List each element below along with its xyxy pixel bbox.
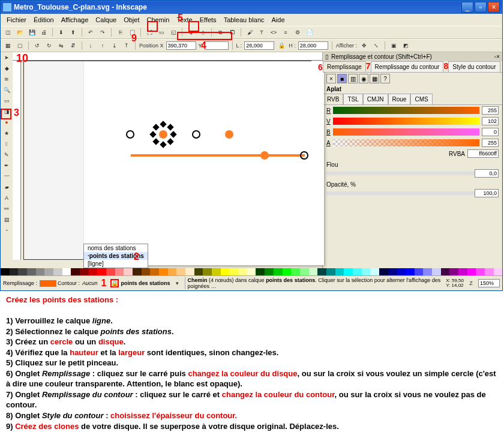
flip-v-icon[interactable]: ⇵ (68, 41, 78, 50)
mode-cmjn[interactable]: CMJN (363, 94, 388, 104)
zoom-label[interactable]: Z (466, 278, 476, 288)
station-disk-selected[interactable] (159, 130, 167, 139)
save-icon[interactable]: 💾 (27, 28, 37, 37)
blur-value[interactable] (475, 169, 499, 178)
lock-ratio-icon[interactable]: 🔒 (277, 41, 286, 50)
blur-slider[interactable] (326, 172, 475, 175)
layer-lock-icon[interactable]: 🔒 (111, 280, 118, 287)
menu-whiteboard[interactable]: Tableau blanc (220, 15, 268, 25)
value-v[interactable] (482, 117, 499, 125)
dock-handle-icon[interactable]: ▯ (325, 53, 329, 60)
slider-r[interactable] (333, 107, 479, 114)
prefs-dialog-icon[interactable]: ⚙ (293, 28, 302, 37)
slider-b[interactable] (333, 128, 479, 136)
fill-dialog-icon[interactable]: 🖌 (245, 28, 254, 37)
canvas[interactable] (23, 61, 311, 260)
rotate-ccw-icon[interactable]: ↺ (32, 41, 42, 50)
pencil-tool-icon[interactable]: ✎ (1, 149, 12, 160)
value-b[interactable] (482, 128, 499, 136)
deselect-icon[interactable]: ▢ (15, 41, 25, 50)
affect-corner-icon[interactable]: ◩ (401, 41, 410, 50)
metro-line[interactable] (131, 154, 305, 157)
height-input[interactable] (298, 41, 328, 50)
bucket-tool-icon[interactable]: ▰ (1, 182, 12, 193)
affect-stroke-icon[interactable]: ▣ (389, 41, 398, 50)
menu-edit[interactable]: Édition (30, 15, 58, 25)
redo-icon[interactable]: ↷ (98, 28, 107, 37)
position-y-input[interactable] (205, 41, 229, 50)
station-disk[interactable] (225, 130, 233, 139)
raise-icon[interactable]: ↑ (98, 41, 107, 50)
width-input[interactable] (244, 41, 274, 50)
star-tool-icon[interactable]: ★ (1, 128, 12, 139)
menu-file[interactable]: Fichier (3, 15, 30, 25)
gradient-tool-icon[interactable]: ▤ (1, 214, 12, 225)
dropper-tool-icon[interactable]: ⁃ (1, 225, 12, 236)
paint-pattern-icon[interactable]: ▦ (370, 74, 379, 83)
export-icon[interactable]: ⬆ (68, 28, 78, 37)
pen-tool-icon[interactable]: ✒ (1, 160, 12, 171)
mode-wheel[interactable]: Roue (388, 94, 411, 104)
menu-effects[interactable]: Effets (196, 15, 220, 25)
value-r[interactable] (482, 106, 499, 115)
connector-tool-icon[interactable]: ⚯ (1, 203, 12, 214)
mode-rvb[interactable]: RVB (323, 94, 343, 104)
tab-fill[interactable]: Remplissage (323, 61, 366, 72)
tab-stroke-style[interactable]: Style du contour (448, 61, 500, 72)
zoom-input[interactable] (478, 279, 500, 287)
station-disk-online[interactable] (260, 151, 269, 160)
import-icon[interactable]: ⬇ (56, 28, 66, 37)
undo-icon[interactable]: ↶ (86, 28, 95, 37)
transform-scale-icon[interactable]: ⤡ (371, 41, 381, 50)
align-dialog-icon[interactable]: ≡ (281, 28, 290, 37)
tab-stroke-paint[interactable]: Remplissage du contour (371, 61, 444, 72)
value-a[interactable] (482, 139, 499, 147)
lower-bottom-icon[interactable]: ⤓ (110, 41, 119, 50)
raise-top-icon[interactable]: ⤒ (122, 41, 131, 50)
slider-v[interactable] (333, 118, 479, 125)
text-dialog-icon[interactable]: T (257, 28, 266, 37)
menu-help[interactable]: Aide (268, 15, 289, 25)
minimize-button[interactable]: _ (461, 2, 473, 13)
station-circle[interactable] (126, 130, 134, 139)
close-button[interactable]: × (488, 2, 500, 13)
tweak-tool-icon[interactable]: ≋ (1, 74, 12, 85)
copy-icon[interactable]: ⎘ (115, 28, 125, 37)
print-icon[interactable]: 🖨 (39, 28, 49, 37)
paint-lingrad-icon[interactable]: ▥ (348, 74, 358, 83)
mode-cms[interactable]: CMS (410, 94, 432, 104)
flip-h-icon[interactable]: ⇋ (56, 41, 66, 50)
current-layer[interactable]: points des stations (121, 280, 170, 286)
transform-move-icon[interactable]: ✥ (359, 41, 369, 50)
xml-dialog-icon[interactable]: <> (269, 28, 278, 37)
menu-object[interactable]: Objet (120, 15, 143, 25)
node-tool-icon[interactable]: ◆ (1, 63, 12, 74)
zoom-tool-icon[interactable]: 🔍 (1, 85, 12, 95)
paint-flat-icon[interactable]: ■ (337, 74, 347, 83)
position-x-input[interactable] (166, 41, 196, 50)
paint-unknown-icon[interactable]: ? (380, 74, 390, 83)
rotate-cw-icon[interactable]: ↻ (44, 41, 54, 50)
opacity-slider[interactable] (326, 191, 475, 195)
layer-dropdown-icon[interactable]: ▾ (173, 278, 182, 288)
paint-radgrad-icon[interactable]: ◉ (359, 74, 368, 83)
docprop-icon[interactable]: 📄 (305, 28, 314, 37)
mode-tsl[interactable]: TSL (343, 94, 362, 104)
selector-tool-icon[interactable]: ➤ (1, 52, 12, 63)
lower-icon[interactable]: ↓ (86, 41, 95, 50)
text-tool-icon[interactable]: A (1, 193, 12, 203)
maximize-button[interactable]: ▫ (475, 2, 487, 13)
new-icon[interactable]: ◫ (3, 28, 13, 37)
menu-view[interactable]: Affichage (58, 15, 92, 25)
open-icon[interactable]: 📂 (15, 28, 25, 37)
opacity-value[interactable] (475, 189, 499, 197)
paint-none-icon[interactable]: × (326, 74, 336, 83)
rvba-input[interactable] (467, 149, 499, 158)
zoom-page-icon[interactable]: ▭ (157, 28, 166, 37)
color-palette[interactable] (1, 268, 502, 275)
select-all-icon[interactable]: ▦ (3, 41, 13, 50)
rect-tool-icon[interactable]: ▭ (1, 95, 12, 106)
fill-swatch[interactable] (40, 280, 56, 287)
spiral-tool-icon[interactable]: 𖦹 (1, 139, 12, 149)
slider-a[interactable] (333, 139, 479, 146)
